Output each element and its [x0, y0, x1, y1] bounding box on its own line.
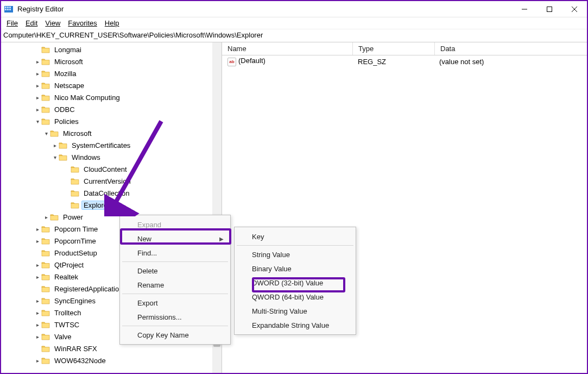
expand-toggle-icon[interactable] [34, 285, 41, 292]
menu-help[interactable]: Help [102, 18, 123, 28]
ctx-new-expandable[interactable]: Expandable String Value [236, 318, 355, 332]
ctx-separator [122, 326, 228, 326]
folder-icon [71, 189, 79, 197]
close-button[interactable] [562, 1, 587, 17]
tree-node[interactable]: CloudContent [1, 163, 222, 175]
folder-icon [41, 345, 50, 352]
expand-toggle-icon[interactable]: ▸ [34, 105, 41, 113]
tree-node[interactable]: ▸Microsoft [1, 55, 222, 67]
ctx-new-string[interactable]: String Value [236, 247, 355, 261]
tree-node-label: RegisteredApplications [52, 284, 129, 294]
expand-toggle-icon[interactable] [63, 165, 71, 173]
list-header: Name Type Data [222, 42, 587, 55]
expand-toggle-icon[interactable]: ▾ [51, 153, 59, 161]
expand-toggle-icon[interactable]: ▸ [34, 297, 41, 304]
expand-toggle-icon[interactable]: ▾ [34, 117, 41, 125]
tree-node[interactable]: ▸WOW6432Node [1, 354, 222, 366]
ctx-find[interactable]: Find... [121, 246, 229, 260]
minimize-button[interactable] [512, 1, 537, 17]
expand-toggle-icon[interactable] [34, 46, 41, 53]
tree-node[interactable]: ▸Mozilla [1, 67, 222, 79]
ctx-permissions[interactable]: Permissions... [121, 310, 229, 324]
folder-icon [50, 129, 59, 137]
expand-toggle-icon[interactable]: ▸ [34, 309, 41, 316]
tree-node[interactable]: ▸ODBC [1, 103, 222, 115]
expand-toggle-icon[interactable]: ▸ [42, 213, 50, 221]
tree-node[interactable]: ▸Netscape [1, 79, 222, 91]
ctx-new-dword[interactable]: DWORD (32-bit) Value [236, 276, 355, 290]
menu-edit[interactable]: Edit [22, 18, 41, 28]
folder-icon [59, 141, 67, 149]
tree-node-label: QtProject [52, 260, 86, 270]
expand-toggle-icon[interactable]: ▸ [34, 261, 41, 269]
ctx-new-label: New [137, 235, 151, 243]
expand-toggle-icon[interactable] [34, 249, 41, 257]
ctx-new-key[interactable]: Key [236, 229, 355, 244]
tree-node-label: Policies [52, 117, 81, 126]
expand-toggle-icon[interactable]: ▸ [34, 321, 41, 328]
tree-node[interactable]: Explorer [1, 199, 222, 211]
folder-icon [41, 357, 50, 364]
menubar: File Edit View Favorites Help [1, 17, 587, 29]
tree-node[interactable]: Longmai [1, 43, 222, 55]
expand-toggle-icon[interactable]: ▸ [34, 333, 41, 340]
tree-node-label: ProductSetup [52, 248, 99, 258]
tree-node[interactable]: DataCollection [1, 187, 222, 199]
col-header-name[interactable]: Name [222, 42, 352, 55]
expand-toggle-icon[interactable] [34, 345, 41, 352]
ctx-separator [122, 294, 228, 294]
ctx-copy-key-name[interactable]: Copy Key Name [121, 328, 229, 342]
ctx-export[interactable]: Export [121, 296, 229, 310]
folder-icon [41, 297, 50, 304]
tree-node-label: Microsoft [61, 129, 94, 138]
list-row[interactable]: ab(Default)REG_SZ(value not set) [222, 55, 587, 67]
folder-icon [41, 273, 50, 280]
expand-toggle-icon[interactable]: ▸ [34, 94, 41, 101]
menu-favorites[interactable]: Favorites [65, 18, 100, 28]
expand-toggle-icon[interactable] [63, 189, 71, 197]
ctx-rename[interactable]: Rename [121, 278, 229, 292]
menu-file[interactable]: File [3, 18, 21, 28]
ctx-delete[interactable]: Delete [121, 264, 229, 278]
expand-toggle-icon[interactable]: ▸ [51, 141, 59, 149]
tree-node[interactable]: ▸SystemCertificates [1, 139, 222, 151]
menu-view[interactable]: View [42, 18, 64, 28]
tree-node[interactable]: ▾Microsoft [1, 127, 222, 139]
expand-toggle-icon[interactable]: ▸ [34, 357, 41, 364]
address-bar[interactable]: Computer\HKEY_CURRENT_USER\Software\Poli… [1, 29, 587, 42]
list-body[interactable]: ab(Default)REG_SZ(value not set) [222, 55, 587, 67]
expand-toggle-icon[interactable]: ▸ [34, 225, 41, 233]
folder-icon [41, 237, 50, 245]
expand-toggle-icon[interactable]: ▸ [34, 237, 41, 245]
tree-node[interactable]: ▸Nico Mak Computing [1, 91, 222, 103]
col-header-type[interactable]: Type [353, 42, 434, 55]
tree-node-label: WOW6432Node [52, 356, 108, 365]
tree-node-label: Power [61, 213, 85, 222]
tree-node-label: Valve [52, 332, 74, 341]
tree-node[interactable]: ▾Windows [1, 151, 222, 163]
maximize-button[interactable] [537, 1, 562, 17]
ctx-new[interactable]: New▶ [121, 232, 229, 246]
expand-toggle-icon[interactable]: ▸ [34, 273, 41, 280]
folder-icon [41, 249, 50, 257]
expand-toggle-icon[interactable] [63, 177, 71, 185]
expand-toggle-icon[interactable]: ▸ [34, 58, 41, 65]
col-header-data[interactable]: Data [435, 42, 587, 55]
tree-node-label: Popcorn Time [52, 225, 100, 234]
ctx-new-multistring[interactable]: Multi-String Value [236, 304, 355, 318]
ctx-new-binary[interactable]: Binary Value [236, 261, 355, 276]
tree-node-label: CloudContent [81, 165, 129, 174]
expand-toggle-icon[interactable]: ▸ [34, 70, 41, 77]
svg-rect-3 [9, 7, 11, 8]
ctx-new-qword[interactable]: QWORD (64-bit) Value [236, 290, 355, 304]
tree-node[interactable]: CurrentVersion [1, 175, 222, 187]
expand-toggle-icon[interactable]: ▾ [42, 129, 50, 137]
folder-icon [41, 58, 50, 65]
tree-node-label: Microsoft [52, 57, 85, 66]
expand-toggle-icon[interactable] [63, 201, 71, 209]
svg-rect-5 [7, 9, 9, 10]
tree-node[interactable]: ▾Policies [1, 115, 222, 127]
tree-node-label: Windows [69, 153, 103, 162]
expand-toggle-icon[interactable]: ▸ [34, 82, 41, 89]
regedit-icon [4, 5, 13, 14]
